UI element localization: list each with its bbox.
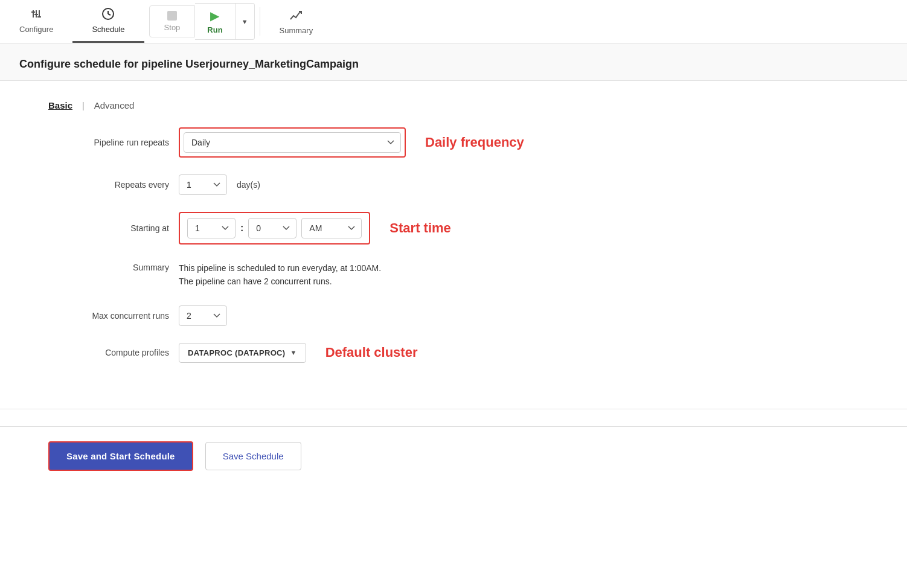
stop-icon: [167, 11, 177, 21]
schedule-tab[interactable]: Schedule: [72, 0, 144, 43]
compute-profiles-button[interactable]: DATAPROC (DATAPROC) ▼: [179, 343, 306, 363]
summary-icon: [289, 8, 303, 24]
run-button-wrapper: ▶ Run ▼: [195, 3, 254, 40]
repeats-every-row: Repeats every 1 2 3 day(s): [48, 174, 616, 195]
tab-advanced[interactable]: Advanced: [94, 100, 135, 110]
period-select[interactable]: AM PM: [301, 218, 362, 238]
max-concurrent-runs-row: Max concurrent runs 1 2 3 4 5: [48, 305, 616, 326]
schedule-form: Basic | Advanced Pipeline run repeats Da…: [0, 81, 664, 399]
minute-select[interactable]: 051015 20253035 40455055: [248, 218, 296, 238]
compute-dropdown-arrow-icon: ▼: [290, 349, 296, 356]
run-button[interactable]: ▶ Run: [195, 3, 235, 40]
start-time-annotation: Start time: [389, 220, 450, 236]
default-cluster-annotation: Default cluster: [325, 345, 418, 360]
pipeline-run-repeats-label: Pipeline run repeats: [48, 138, 169, 147]
repeats-every-select[interactable]: 1 2 3: [179, 174, 227, 195]
form-divider: [0, 409, 907, 409]
stop-button[interactable]: Stop: [149, 5, 196, 37]
configure-icon: [30, 7, 43, 22]
tab-basic[interactable]: Basic: [48, 100, 72, 110]
compute-profiles-row: Compute profiles DATAPROC (DATAPROC) ▼ D…: [48, 343, 616, 363]
save-and-start-button[interactable]: Save and Start Schedule: [48, 441, 193, 471]
form-tabs: Basic | Advanced: [48, 100, 616, 110]
starting-at-label: Starting at: [48, 223, 169, 233]
bottom-action-bar: Save and Start Schedule Save Schedule: [0, 426, 907, 485]
dropdown-arrow-icon: ▼: [242, 18, 248, 25]
stop-label: Stop: [164, 23, 181, 32]
run-dropdown-button[interactable]: ▼: [236, 3, 255, 40]
starting-at-highlight: 1234 5678 9101112 : 051015 20253035 4045…: [179, 212, 370, 244]
page-header: Configure schedule for pipeline Userjour…: [0, 43, 907, 81]
daily-frequency-annotation: Daily frequency: [425, 135, 524, 150]
stop-run-group: Stop ▶ Run ▼: [144, 0, 260, 43]
summary-line2: The pipeline can have 2 concurrent runs.: [179, 275, 381, 288]
compute-profiles-value: DATAPROC (DATAPROC): [188, 348, 285, 357]
run-icon: ▶: [210, 8, 219, 23]
pipeline-run-repeats-highlight: Daily Weekly Monthly: [179, 127, 406, 158]
max-concurrent-runs-select[interactable]: 1 2 3 4 5: [179, 305, 227, 326]
starting-at-row: Starting at 1234 5678 9101112 : 051015 2…: [48, 212, 616, 244]
top-navigation: Configure Schedule Stop ▶ Run ▼: [0, 0, 907, 43]
save-schedule-button[interactable]: Save Schedule: [205, 442, 301, 470]
time-colon: :: [240, 223, 243, 234]
summary-row: Summary This pipeline is scheduled to ru…: [48, 261, 616, 289]
repeats-every-label: Repeats every: [48, 180, 169, 190]
schedule-label: Schedule: [92, 25, 124, 34]
summary-field-label: Summary: [48, 261, 169, 272]
configure-label: Configure: [19, 25, 53, 34]
configure-tab[interactable]: Configure: [0, 0, 72, 43]
compute-profiles-label: Compute profiles: [48, 348, 169, 357]
pipeline-run-repeats-select[interactable]: Daily Weekly Monthly: [184, 132, 401, 153]
summary-label: Summary: [280, 26, 313, 35]
hour-select[interactable]: 1234 5678 9101112: [187, 218, 236, 238]
tab-separator: |: [82, 101, 85, 110]
page-title: Configure schedule for pipeline Userjour…: [19, 58, 359, 70]
summary-line1: This pipeline is scheduled to run everyd…: [179, 261, 381, 275]
pipeline-run-repeats-row: Pipeline run repeats Daily Weekly Monthl…: [48, 127, 616, 158]
summary-tab[interactable]: Summary: [260, 0, 333, 43]
max-concurrent-runs-label: Max concurrent runs: [48, 311, 169, 321]
run-label: Run: [207, 25, 222, 34]
schedule-icon: [101, 7, 115, 22]
summary-content: This pipeline is scheduled to run everyd…: [179, 261, 381, 289]
repeats-every-unit: day(s): [237, 180, 260, 190]
